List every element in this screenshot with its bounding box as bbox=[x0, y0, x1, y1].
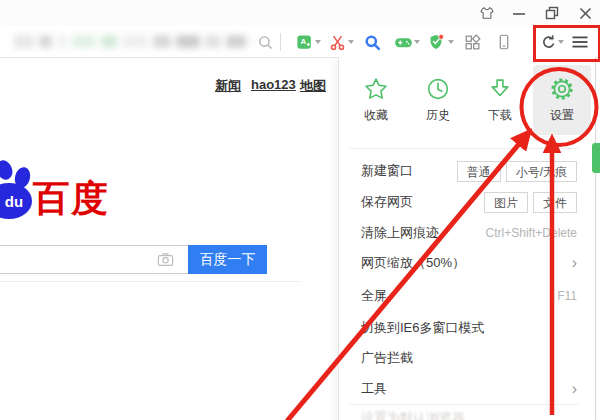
chevron-right-icon: › bbox=[572, 381, 577, 397]
menu-item-new-window[interactable]: 新建窗口 普通 小号/无痕 bbox=[339, 156, 595, 186]
translate-icon[interactable]: A bbox=[293, 31, 315, 53]
minimize-button[interactable] bbox=[509, 4, 529, 22]
clock-icon bbox=[425, 76, 451, 102]
svg-text:A: A bbox=[300, 37, 306, 46]
find-icon[interactable] bbox=[361, 31, 383, 53]
download-icon bbox=[487, 76, 513, 102]
save-as-image-button[interactable]: 图片 bbox=[484, 192, 528, 213]
new-window-incognito-button[interactable]: 小号/无痕 bbox=[506, 161, 577, 182]
scissors-icon[interactable] bbox=[326, 31, 348, 53]
menu-item-fullscreen[interactable]: 全屏 F11 bbox=[339, 281, 595, 311]
search-icon[interactable] bbox=[254, 31, 276, 53]
toolbar-divider bbox=[280, 33, 281, 51]
menu-separator bbox=[349, 148, 579, 149]
undo-dropdown-caret[interactable] bbox=[558, 40, 564, 44]
menu-item-tools[interactable]: 工具 › bbox=[339, 374, 595, 404]
apps-grid-icon[interactable] bbox=[461, 31, 483, 53]
search-input[interactable] bbox=[0, 245, 190, 274]
menu-settings[interactable]: 设置 bbox=[533, 65, 591, 135]
menu-item-page-zoom[interactable]: 网页缩放（50%） › bbox=[339, 248, 595, 278]
nav-link-hao123[interactable]: hao123 bbox=[251, 77, 296, 92]
star-icon bbox=[363, 76, 389, 102]
browser-menu-panel: 收藏 历史 下载 bbox=[338, 57, 596, 420]
menu-separator bbox=[349, 404, 579, 405]
skin-icon[interactable] bbox=[477, 4, 497, 22]
camera-icon[interactable] bbox=[156, 250, 175, 269]
quick-actions-row: 收藏 历史 下载 bbox=[345, 65, 593, 139]
games-icon[interactable] bbox=[392, 31, 414, 53]
new-window-normal-button[interactable]: 普通 bbox=[457, 161, 501, 182]
shortcut-text: Ctrl+Shift+Delete bbox=[486, 226, 577, 240]
menu-item-save-page[interactable]: 保存网页 图片 文件 bbox=[339, 187, 595, 217]
menu-history[interactable]: 历史 bbox=[409, 65, 467, 135]
mobile-icon[interactable] bbox=[493, 31, 515, 53]
menu-item-label: 工具 bbox=[361, 380, 572, 398]
menu-downloads[interactable]: 下载 bbox=[471, 65, 529, 135]
restore-button[interactable] bbox=[542, 4, 562, 22]
gear-icon bbox=[549, 76, 575, 102]
page-divider bbox=[0, 281, 300, 282]
menu-item-label: 新建窗口 bbox=[361, 162, 457, 180]
browser-window: A bbox=[0, 0, 600, 420]
menu-item-label: 全屏 bbox=[361, 287, 557, 305]
games-dropdown-caret[interactable] bbox=[414, 40, 420, 44]
shield-icon[interactable] bbox=[425, 31, 447, 53]
side-gadget-icon[interactable] bbox=[592, 143, 600, 173]
menu-item-ad-block[interactable]: 广告拦截 bbox=[339, 343, 595, 373]
shortcut-text: F11 bbox=[557, 289, 577, 303]
scissors-dropdown-caret[interactable] bbox=[348, 40, 354, 44]
menu-item-label: 网页缩放（50%） bbox=[361, 254, 572, 272]
undo-icon[interactable] bbox=[537, 31, 559, 53]
menu-item-label: 保存网页 bbox=[361, 193, 484, 211]
downloads-label: 下载 bbox=[488, 107, 512, 124]
menu-item-ie6-mode[interactable]: 切换到IE6多窗口模式 bbox=[339, 313, 595, 343]
chevron-right-icon: › bbox=[572, 255, 577, 271]
close-button[interactable] bbox=[575, 4, 595, 22]
baidu-search-button[interactable]: 百度一下 bbox=[188, 245, 267, 274]
title-bar bbox=[0, 0, 600, 26]
address-bar-blurred[interactable] bbox=[8, 31, 252, 52]
settings-label: 设置 bbox=[550, 107, 574, 124]
menu-item-clear-history[interactable]: 清除上网痕迹 Ctrl+Shift+Delete bbox=[339, 218, 595, 248]
baidu-du-text: du bbox=[5, 193, 23, 210]
nav-link-map[interactable]: 地图 bbox=[300, 77, 326, 95]
toolbar: A bbox=[0, 26, 600, 58]
favorites-label: 收藏 bbox=[364, 107, 388, 124]
menu-item-label: 切换到IE6多窗口模式 bbox=[361, 319, 577, 337]
menu-item-label: 广告拦截 bbox=[361, 349, 577, 367]
menu-favorites[interactable]: 收藏 bbox=[347, 65, 405, 135]
shield-dropdown-caret[interactable] bbox=[448, 40, 454, 44]
main-menu-icon[interactable] bbox=[569, 31, 591, 53]
baidu-paw-icon: du bbox=[0, 183, 32, 219]
translate-dropdown-caret[interactable] bbox=[315, 40, 321, 44]
baidu-wordmark: 百度 bbox=[33, 174, 109, 224]
nav-link-news[interactable]: 新闻 bbox=[215, 77, 241, 95]
history-label: 历史 bbox=[426, 107, 450, 124]
menu-item-label: 清除上网痕迹 bbox=[361, 224, 486, 242]
save-as-file-button[interactable]: 文件 bbox=[533, 192, 577, 213]
menu-item-default-browser[interactable]: 设置为默认浏览器 bbox=[361, 409, 465, 420]
